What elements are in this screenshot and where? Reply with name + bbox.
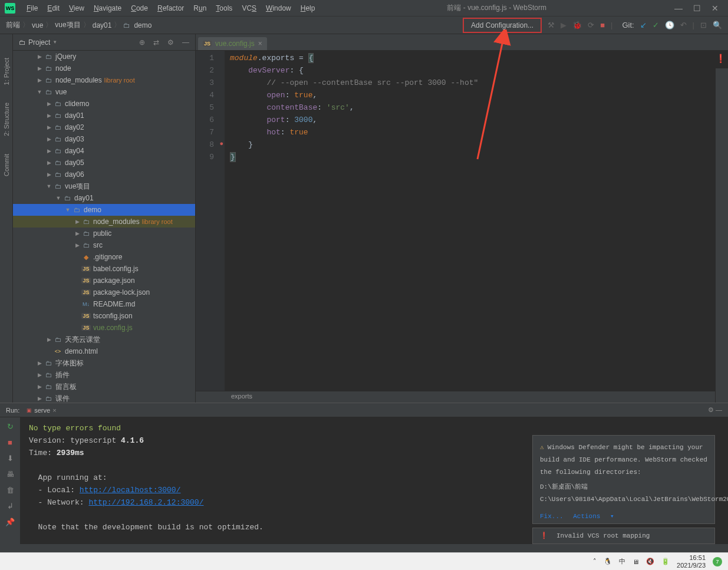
tree-item[interactable]: ▶🗀jQuery	[13, 51, 195, 62]
tree-item[interactable]: ▶🗀clidemo	[13, 98, 195, 110]
gear-icon[interactable]: ⚙	[167, 38, 174, 47]
menu-navigate[interactable]: Navigate	[90, 2, 126, 14]
hide-icon[interactable]: —	[182, 38, 189, 47]
tree-item[interactable]: JStsconfig.json	[13, 310, 195, 322]
editor-breadcrumb[interactable]: exports	[196, 391, 728, 403]
tree-item[interactable]: ▼🗀demo	[13, 204, 195, 216]
rail-structure[interactable]: 2: Structure	[3, 103, 10, 136]
crumb-4[interactable]: demo	[134, 21, 151, 29]
tree-item[interactable]: ▶🗀public	[13, 228, 195, 239]
rerun-icon[interactable]: ↻	[7, 422, 14, 431]
tree-item[interactable]: ▶🗀node	[13, 62, 195, 74]
tray-monitor-icon[interactable]: 🖥	[633, 558, 639, 565]
tree-item[interactable]: ▼🗀day01	[13, 192, 195, 204]
tree-item[interactable]: ▶🗀day04	[13, 145, 195, 157]
tray-volume-icon[interactable]: 🔇	[646, 558, 654, 565]
tree-item[interactable]: ▶🗀node_moduleslibrary root	[13, 74, 195, 86]
close-tab-icon[interactable]: ×	[258, 39, 262, 48]
git-commit-icon[interactable]: ✓	[653, 21, 659, 29]
stop-run-icon[interactable]: ■	[8, 438, 12, 447]
menu-tools[interactable]: Tools	[212, 2, 236, 14]
tree-item[interactable]: ▶🗀day02	[13, 121, 195, 133]
local-url-link[interactable]: http://localhost:3000/	[80, 486, 181, 495]
close-button[interactable]: ✕	[711, 4, 719, 13]
git-rollback-icon[interactable]: ↶	[680, 21, 687, 29]
maximize-button[interactable]: ☐	[693, 4, 701, 13]
tree-item[interactable]: ▶🗀day06	[13, 169, 195, 180]
tree-item[interactable]: <>demo.html	[13, 345, 195, 357]
error-marker-icon[interactable]: ●	[219, 138, 223, 150]
menu-help[interactable]: Help	[297, 2, 319, 14]
tray-clock[interactable]: 16:512021/9/23	[677, 554, 706, 569]
tab-vue-config[interactable]: JS vue.config.js ×	[198, 37, 267, 50]
run-settings-icon[interactable]: ⚙ —	[708, 406, 722, 414]
menu-view[interactable]: View	[65, 2, 88, 14]
run-icon[interactable]: ▶	[561, 21, 566, 29]
crumb-2[interactable]: vue项目	[55, 20, 80, 30]
tray-up-icon[interactable]: ˄	[593, 558, 597, 565]
rail-commit[interactable]: Commit	[3, 154, 10, 176]
stop-icon[interactable]: ■	[600, 21, 605, 29]
tree-item[interactable]: ▶🗀字体图标	[13, 357, 195, 369]
tree-item[interactable]: ▶🗀插件	[13, 369, 195, 381]
project-tree[interactable]: ▶🗀jQuery▶🗀node▶🗀node_moduleslibrary root…	[13, 51, 195, 403]
coverage-icon[interactable]: ⟳	[588, 21, 594, 29]
tree-item[interactable]: JSvue.config.js	[13, 322, 195, 334]
tree-item[interactable]: JSbabel.config.js	[13, 263, 195, 275]
debug-icon[interactable]: 🐞	[572, 21, 582, 29]
error-indicator-icon[interactable]: ❗	[716, 53, 726, 65]
add-configuration-button[interactable]: Add Configuration...	[463, 18, 542, 33]
run-tab-serve[interactable]: ▣ serve ×	[27, 407, 56, 414]
menu-vcs[interactable]: VCS	[238, 2, 261, 14]
tree-item[interactable]: ▶🗀天亮云课堂	[13, 334, 195, 345]
tree-item[interactable]: ▶🗀src	[13, 239, 195, 251]
tree-item[interactable]: ▶🗀留言板	[13, 381, 195, 393]
menu-window[interactable]: Window	[262, 2, 295, 14]
rail-project[interactable]: 1: Project	[3, 58, 10, 85]
fix-link[interactable]: Fix...	[540, 513, 564, 520]
find-icon[interactable]: 🔍	[713, 21, 722, 29]
run-output[interactable]: No type errors found Version: typescript…	[21, 417, 728, 544]
git-history-icon[interactable]: 🕓	[665, 21, 674, 29]
hammer-icon[interactable]: ⚒	[548, 21, 555, 29]
project-panel-title[interactable]: 🗀 Project ▼	[19, 38, 57, 47]
wrap-icon[interactable]: ↲	[7, 502, 14, 510]
tree-item[interactable]: JSpackage-lock.json	[13, 286, 195, 298]
pin-icon[interactable]: 📌	[5, 518, 15, 526]
crumb-0[interactable]: 前端	[6, 20, 20, 30]
print-icon[interactable]: 🖶	[6, 470, 14, 479]
down-icon[interactable]: ⬇	[7, 454, 14, 463]
tree-item[interactable]: ▶🗀day03	[13, 133, 195, 145]
tray-notification-icon[interactable]: 7	[713, 557, 722, 566]
trash-icon[interactable]: 🗑	[6, 486, 14, 495]
git-update-icon[interactable]: ↙	[640, 21, 647, 29]
tree-item[interactable]: JSpackage.json	[13, 275, 195, 286]
tray-lang[interactable]: 中	[619, 557, 625, 566]
tree-item[interactable]: ▼🗀vue	[13, 86, 195, 98]
search-icon[interactable]: ⊡	[700, 21, 707, 29]
menu-code[interactable]: Code	[127, 2, 152, 14]
crumb-3[interactable]: day01	[93, 21, 112, 29]
tree-item[interactable]: ▶🗀node_moduleslibrary root	[13, 216, 195, 228]
tree-item[interactable]: ▶🗀day05	[13, 157, 195, 169]
crumb-1[interactable]: vue	[32, 21, 43, 29]
vcs-error-notification[interactable]: ❗ Invalid VCS root mapping	[532, 528, 715, 544]
code-content[interactable]: module.exports = { devServer: { // --ope…	[225, 51, 728, 391]
menu-run[interactable]: Run	[189, 2, 210, 14]
menu-file[interactable]: File	[22, 2, 42, 14]
tree-item[interactable]: ▶🗀课件	[13, 393, 195, 403]
tray-battery-icon[interactable]: 🔋	[661, 558, 670, 565]
tree-item[interactable]: M↓README.md	[13, 298, 195, 310]
menu-refactor[interactable]: Refactor	[153, 2, 188, 14]
code-editor[interactable]: 123 456 789 ● module.exports = { devServ…	[196, 51, 728, 391]
tray-qq-icon[interactable]: 🐧	[604, 558, 612, 565]
tree-item[interactable]: ▼🗀vue项目	[13, 180, 195, 192]
minimize-button[interactable]: —	[674, 4, 683, 13]
tree-item[interactable]: ▶🗀day01	[13, 110, 195, 121]
actions-dropdown[interactable]: Actions ▾	[573, 513, 614, 520]
network-url-link[interactable]: http://192.168.2.12:3000/	[88, 498, 203, 507]
tree-item[interactable]: ◆.gitignore	[13, 251, 195, 263]
expand-icon[interactable]: ⇄	[153, 38, 159, 47]
menu-edit[interactable]: Edit	[43, 2, 64, 14]
locate-icon[interactable]: ⊕	[139, 38, 145, 47]
